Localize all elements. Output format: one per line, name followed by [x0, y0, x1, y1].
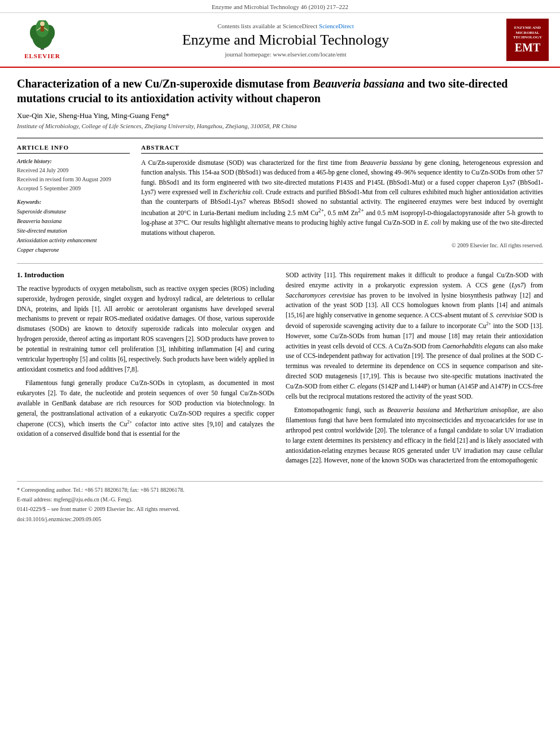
article-info-title: ARTICLE INFO: [17, 144, 130, 154]
citation-bar: Enzyme and Microbial Technology 46 (2010…: [0, 0, 560, 13]
section-divider: [17, 263, 543, 264]
svg-point-5: [40, 21, 45, 26]
body-left-column: 1. Introduction The reactive byproducts …: [17, 270, 274, 470]
keyword-3: Site-directed mutation: [17, 228, 67, 234]
received-date: Received 24 July 2009: [17, 167, 68, 173]
article-title: Characterization of a new Cu/Zn-superoxi…: [17, 76, 543, 106]
intro-text-right: SOD activity [11]. This requirement make…: [286, 270, 543, 466]
email-note: E-mail address: mgfeng@zju.edu.cn (M.-G.…: [17, 496, 543, 504]
svg-rect-6: [41, 26, 44, 32]
body-right-column: SOD activity [11]. This requirement make…: [286, 270, 543, 470]
elsevier-logo: ELSEVIER: [24, 20, 60, 59]
body-columns: 1. Introduction The reactive byproducts …: [17, 270, 543, 470]
abstract-title: ABSTRACT: [141, 144, 543, 154]
elsevier-tree-icon: [25, 20, 59, 51]
emt-logo-abbr: EMT: [515, 41, 541, 54]
abstract-text: A Cu/Zn-superoxide dismutase (SOD) was c…: [141, 158, 543, 238]
authors: Xue-Qin Xie, Sheng-Hua Ying, Ming-Guang …: [17, 111, 543, 120]
article-dates: Received 24 July 2009 Received in revise…: [17, 166, 130, 193]
info-abstract-section: ARTICLE INFO Article history: Received 2…: [17, 138, 543, 255]
science-direct-line: Contents lists available at ScienceDirec…: [73, 23, 498, 29]
copyright-line: © 2009 Elsevier Inc. All rights reserved…: [141, 242, 543, 248]
intro-heading: 1. Introduction: [17, 270, 274, 279]
article-info-column: ARTICLE INFO Article history: Received 2…: [17, 144, 130, 255]
received-revised-date: Received in revised form 30 August 2009: [17, 176, 111, 182]
emt-logo: ENZYME AND MICROBIAL TECHNOLOGY EMT: [506, 19, 549, 61]
intro-text-left: The reactive byproducts of oxygen metabo…: [17, 284, 274, 439]
right-para-1: SOD activity [11]. This requirement make…: [286, 270, 543, 401]
issn-note: 0141-0229/$ – see front matter © 2009 El…: [17, 505, 543, 513]
keywords-section: Keywords: Superoxide dismutase Beauveria…: [17, 199, 130, 255]
history-label: Article history:: [17, 158, 130, 164]
affiliation: Institute of Microbiology, College of Li…: [17, 123, 543, 129]
emt-logo-area: ENZYME AND MICROBIAL TECHNOLOGY EMT: [498, 19, 549, 61]
citation-text: Enzyme and Microbial Technology 46 (2010…: [212, 3, 348, 10]
journal-header: ELSEVIER Contents lists available at Sci…: [0, 13, 560, 68]
keyword-4: Antioxidation activity enhancement: [17, 237, 97, 243]
elsevier-wordmark: ELSEVIER: [24, 53, 60, 59]
intro-para-1: The reactive byproducts of oxygen metabo…: [17, 284, 274, 374]
keyword-1: Superoxide dismutase: [17, 208, 66, 215]
right-para-2: Entomopathogenic fungi, such as Beauveri…: [286, 405, 543, 466]
keyword-list: Superoxide dismutase Beauveria bassiana …: [17, 207, 130, 255]
journal-title-area: Contents lists available at ScienceDirec…: [73, 23, 498, 58]
elsevier-logo-area: ELSEVIER: [11, 20, 73, 59]
corresponding-note: * Corresponding author. Tel.: +86 571 88…: [17, 486, 543, 494]
main-content: Characterization of a new Cu/Zn-superoxi…: [0, 68, 560, 534]
keywords-label: Keywords:: [17, 199, 130, 205]
journal-title: Enzyme and Microbial Technology: [73, 32, 498, 49]
doi-note: doi:10.1016/j.enzmictec.2009.09.005: [17, 516, 543, 522]
journal-homepage: journal homepage: www.elsevier.com/locat…: [73, 51, 498, 58]
accepted-date: Accepted 5 September 2009: [17, 185, 81, 191]
science-direct-link[interactable]: ScienceDirect: [319, 23, 354, 29]
keyword-2: Beauveria bassiana: [17, 218, 62, 224]
emt-logo-title: ENZYME AND MICROBIAL TECHNOLOGY: [509, 25, 546, 40]
keyword-5: Copper chaperone: [17, 247, 59, 253]
abstract-section: ABSTRACT A Cu/Zn-superoxide dismutase (S…: [141, 144, 543, 255]
page-footer: * Corresponding author. Tel.: +86 571 88…: [17, 481, 543, 522]
intro-para-2: Filamentous fungi generally produce Cu/Z…: [17, 378, 274, 439]
